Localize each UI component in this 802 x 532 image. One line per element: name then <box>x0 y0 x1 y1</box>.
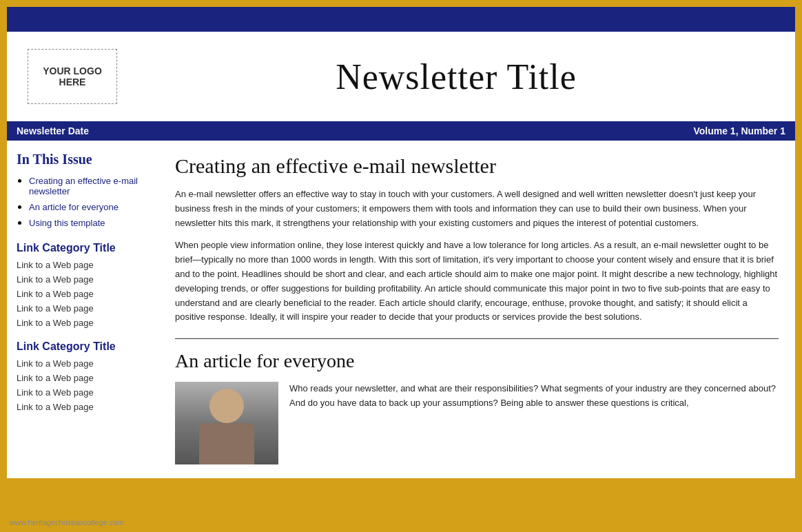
article-2-title: An article for everyone <box>175 350 779 372</box>
link-item[interactable]: Link to a Web page <box>17 303 149 314</box>
article-2-content: Who reads your newsletter, and what are … <box>175 382 779 464</box>
article-1-para-2: When people view information online, the… <box>175 238 779 325</box>
link-item[interactable]: Link to a Web page <box>17 318 149 328</box>
toc-list: Creating an effective e-mail newsletter … <box>17 174 149 228</box>
list-item[interactable]: An article for everyone <box>29 201 149 212</box>
article-2-body: Who reads your newsletter, and what are … <box>289 382 779 464</box>
article-divider <box>175 338 779 339</box>
top-bar <box>7 7 795 32</box>
main-content: Creating an effective e-mail newsletter … <box>158 141 795 478</box>
logo-line2: HERE <box>59 76 86 88</box>
person-image <box>175 382 278 464</box>
link-item[interactable]: Link to a Web page <box>17 274 149 285</box>
date-bar: Newsletter Date Volume 1, Number 1 <box>7 121 795 141</box>
link-item[interactable]: Link to a Web page <box>17 289 149 299</box>
link-item[interactable]: Link to a Web page <box>17 373 149 383</box>
watermark: www.heritagechristiancollege.com <box>10 518 124 526</box>
header: YOUR LOGO HERE Newsletter Title <box>7 32 795 121</box>
sidebar: In This Issue Creating an effective e-ma… <box>7 141 158 478</box>
toc-link-2[interactable]: An article for everyone <box>29 202 149 212</box>
link-item[interactable]: Link to a Web page <box>17 260 149 270</box>
list-item[interactable]: Using this template <box>29 216 149 228</box>
article-1-para-1: An e-mail newsletter offers an effective… <box>175 187 779 230</box>
link-group-1: Link to a Web page Link to a Web page Li… <box>17 260 149 328</box>
link-group-2: Link to a Web page Link to a Web page Li… <box>17 358 149 412</box>
newsletter-title: Newsletter Title <box>138 57 774 97</box>
list-item[interactable]: Creating an effective e-mail newsletter <box>29 174 149 196</box>
link-item[interactable]: Link to a Web page <box>17 402 149 412</box>
volume-label: Volume 1, Number 1 <box>693 125 785 136</box>
link-category-1-title: Link Category Title <box>17 242 149 254</box>
in-this-issue-title: In This Issue <box>17 152 149 167</box>
outer-container: YOUR LOGO HERE Newsletter Title Newslett… <box>6 6 796 480</box>
person-body <box>199 423 254 464</box>
logo-placeholder: YOUR LOGO HERE <box>28 49 117 104</box>
article-1-title: Creating an effective e-mail newsletter <box>175 154 779 178</box>
logo-line1: YOUR LOGO <box>43 65 102 76</box>
toc-link-3[interactable]: Using this template <box>29 218 149 228</box>
link-item[interactable]: Link to a Web page <box>17 358 149 369</box>
toc-link-1[interactable]: Creating an effective e-mail newsletter <box>29 176 149 196</box>
link-category-2-title: Link Category Title <box>17 340 149 353</box>
link-item[interactable]: Link to a Web page <box>17 387 149 398</box>
person-head <box>209 389 244 423</box>
newsletter-date-label: Newsletter Date <box>17 125 89 136</box>
content-area: In This Issue Creating an effective e-ma… <box>7 141 795 478</box>
article-image <box>175 382 278 464</box>
